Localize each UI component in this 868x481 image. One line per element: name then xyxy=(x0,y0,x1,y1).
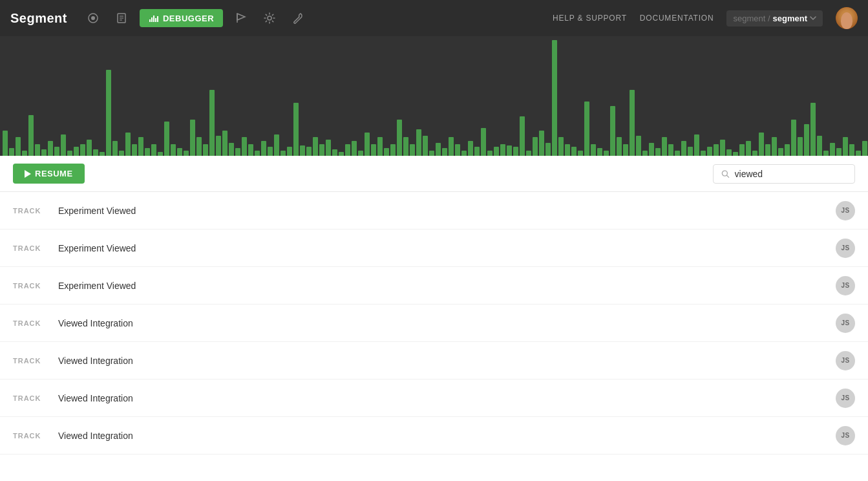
chart-bar xyxy=(694,134,699,156)
chart-bar xyxy=(565,144,570,156)
chart-bar xyxy=(145,148,150,156)
chart-bar xyxy=(623,144,628,156)
workspace-selector[interactable]: segment / segment xyxy=(726,10,823,27)
svg-rect-6 xyxy=(149,19,151,22)
chart-bar xyxy=(461,151,467,156)
chart-bar xyxy=(106,70,111,156)
nav-right: HELP & SUPPORT DOCUMENTATION segment / s… xyxy=(553,7,858,29)
chart-bar xyxy=(410,144,415,156)
documentation-link[interactable]: DOCUMENTATION xyxy=(640,14,714,23)
source-badge: JS xyxy=(836,276,855,295)
chart-bar xyxy=(196,137,202,156)
svg-rect-10 xyxy=(157,16,158,22)
search-container xyxy=(713,164,855,184)
chart-bar xyxy=(791,120,796,156)
svg-point-13 xyxy=(268,16,271,20)
chart-bar xyxy=(591,144,596,156)
chart-bar xyxy=(255,151,260,156)
chart-bar xyxy=(765,144,770,156)
chart-bar xyxy=(726,149,732,156)
user-avatar[interactable] xyxy=(836,7,858,29)
chart-bar xyxy=(662,137,667,156)
workspace-name: segment xyxy=(773,14,807,23)
chart-bar xyxy=(720,140,725,156)
chart-bar xyxy=(481,128,486,156)
chart-bar xyxy=(326,140,331,156)
chart-bar xyxy=(578,151,583,156)
chart-bar xyxy=(707,147,712,156)
chart-bar xyxy=(668,144,673,156)
chart-bar xyxy=(810,103,816,156)
chart-bar xyxy=(804,124,809,156)
event-row[interactable]: TRACKViewed IntegrationJS xyxy=(0,342,868,379)
event-row[interactable]: TRACKExperiment ViewedJS xyxy=(0,192,868,230)
chart-bar xyxy=(429,151,434,156)
workspace-prefix: segment / xyxy=(733,14,770,23)
chart-bar xyxy=(526,151,531,156)
resume-label: RESUME xyxy=(35,169,73,178)
tools-icon[interactable] xyxy=(288,8,308,28)
chart-bar xyxy=(203,144,208,156)
event-row[interactable]: TRACKExperiment ViewedJS xyxy=(0,267,868,305)
chart-bar xyxy=(474,147,480,156)
chart-bar xyxy=(3,131,8,156)
chart-bar xyxy=(617,137,622,156)
chart-bar xyxy=(61,134,66,156)
chart-bar xyxy=(222,131,228,156)
chart-bar xyxy=(778,148,783,156)
nav-left: Segment DE xyxy=(10,8,308,28)
event-name-label: Viewed Integration xyxy=(58,356,836,366)
chart-bar xyxy=(390,144,396,156)
chart-bar xyxy=(817,136,822,156)
chart-bar xyxy=(500,144,505,156)
chart-bar xyxy=(87,140,92,156)
destinations-icon[interactable] xyxy=(231,8,251,28)
chart-bar xyxy=(158,152,163,156)
event-row[interactable]: TRACKViewed IntegrationJS xyxy=(0,417,868,454)
chart-bar xyxy=(843,137,848,156)
chart-bar xyxy=(100,152,105,156)
chart-bar xyxy=(132,144,137,156)
chart-bar xyxy=(714,144,719,156)
source-badge: JS xyxy=(836,201,855,220)
chart-bar xyxy=(856,151,861,156)
event-type-label: TRACK xyxy=(13,244,58,252)
chart-bar xyxy=(436,143,441,156)
chart-bar xyxy=(300,145,305,156)
svg-marker-14 xyxy=(25,170,31,178)
chart-bar xyxy=(655,148,661,156)
event-type-label: TRACK xyxy=(13,432,58,440)
chart-bar xyxy=(494,147,499,156)
chart-bar xyxy=(759,133,764,156)
chart-bar xyxy=(261,141,266,156)
svg-marker-11 xyxy=(237,14,245,20)
event-name-label: Experiment Viewed xyxy=(58,281,836,291)
svg-line-16 xyxy=(726,175,728,177)
chart-bar xyxy=(649,143,654,156)
event-row[interactable]: TRACKViewed IntegrationJS xyxy=(0,305,868,342)
chart-bar xyxy=(384,148,389,156)
chart-bar xyxy=(377,137,383,156)
chart-bar xyxy=(513,147,518,156)
sources-icon[interactable] xyxy=(83,8,103,28)
chart-bar xyxy=(630,90,635,156)
search-input[interactable] xyxy=(735,169,847,179)
debugger-label: DEBUGGER xyxy=(163,14,214,23)
chart-bar xyxy=(688,147,693,156)
source-badge: JS xyxy=(836,239,855,258)
event-row[interactable]: TRACKExperiment ViewedJS xyxy=(0,230,868,267)
debugger-button[interactable]: DEBUGGER xyxy=(140,9,223,27)
resume-button[interactable]: RESUME xyxy=(13,164,85,184)
chart-bar xyxy=(752,151,757,156)
top-navigation: Segment DE xyxy=(0,0,868,36)
event-row[interactable]: TRACKViewed IntegrationJS xyxy=(0,379,868,417)
schema-icon[interactable] xyxy=(111,8,132,28)
event-name-label: Experiment Viewed xyxy=(58,206,836,216)
chart-bar xyxy=(9,148,14,156)
settings-icon[interactable] xyxy=(259,8,280,28)
chart-bar xyxy=(520,116,525,156)
chart-bar xyxy=(67,151,72,156)
help-support-link[interactable]: HELP & SUPPORT xyxy=(553,14,627,23)
chart-bar xyxy=(287,147,292,156)
chart-bar xyxy=(248,144,253,156)
